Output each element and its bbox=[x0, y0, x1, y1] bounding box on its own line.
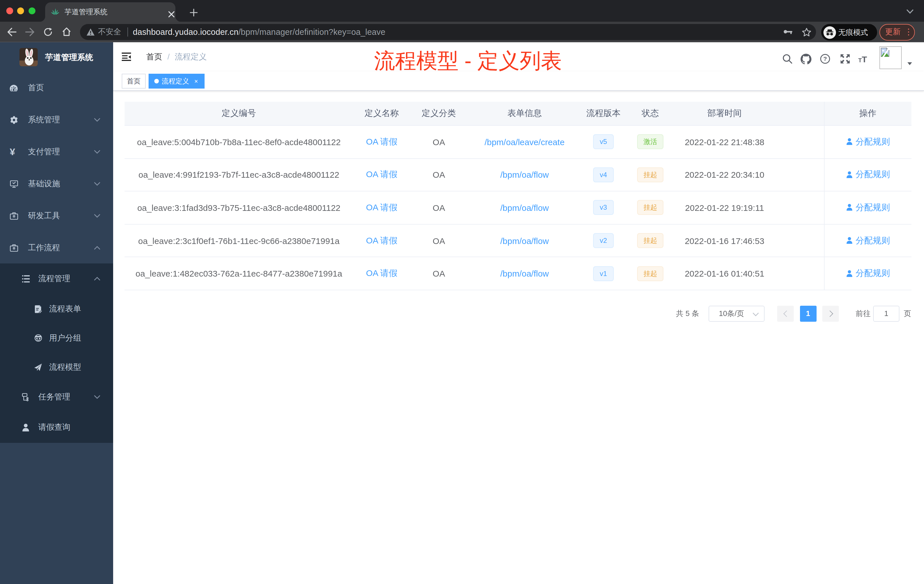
svg-text:?: ? bbox=[823, 55, 827, 62]
